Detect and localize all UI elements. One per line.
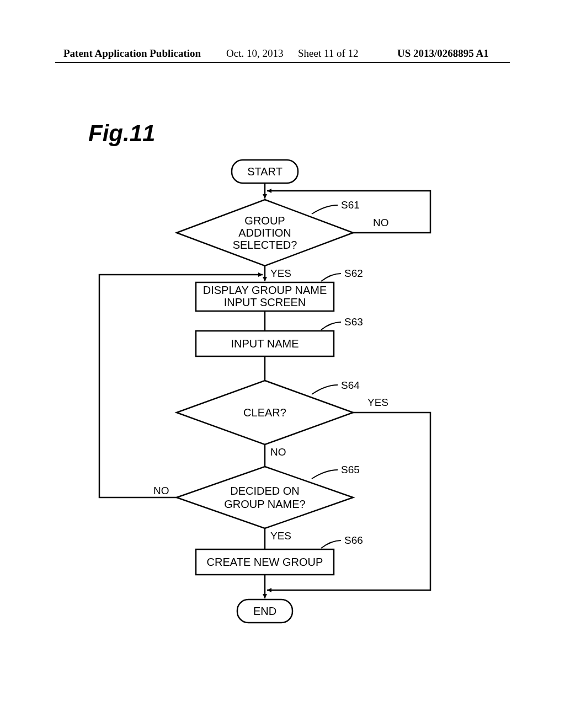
step-label-s62: S62 xyxy=(344,267,363,279)
step-label-s66: S66 xyxy=(344,534,363,546)
branch-yes-s61: YES xyxy=(270,267,291,279)
branch-yes-s64: YES xyxy=(367,397,388,408)
branch-no-s64: NO xyxy=(270,446,286,458)
start-text: START xyxy=(247,165,282,178)
node-start: START xyxy=(232,160,298,183)
node-s65: DECIDED ON GROUP NAME? xyxy=(177,467,353,528)
step-label-s65: S65 xyxy=(341,464,360,475)
step-label-s64: S64 xyxy=(341,379,360,391)
s65-line2: GROUP NAME? xyxy=(224,498,305,510)
flowchart: START GROUP ADDITION SELECTED? S61 NO YE… xyxy=(0,83,565,662)
branch-no-s61: NO xyxy=(373,217,389,228)
s62-line2: INPUT SCREEN xyxy=(224,296,306,308)
end-text: END xyxy=(253,605,276,617)
node-end: END xyxy=(237,599,292,623)
publication-label: Patent Application Publication xyxy=(63,47,201,60)
publication-number: US 2013/0268895 A1 xyxy=(397,47,489,60)
s65-line1: DECIDED ON xyxy=(230,485,300,497)
s61-line2: ADDITION xyxy=(238,227,291,239)
publication-date: Oct. 10, 2013 xyxy=(226,47,283,60)
s66-text: CREATE NEW GROUP xyxy=(207,556,323,568)
node-s64: CLEAR? xyxy=(177,381,353,445)
node-s63: INPUT NAME xyxy=(196,331,334,356)
leader-s64 xyxy=(312,385,338,394)
header-rule xyxy=(55,62,510,63)
sheet-number: Sheet 11 of 12 xyxy=(298,47,359,60)
branch-yes-s65: YES xyxy=(270,530,291,542)
step-label-s63: S63 xyxy=(344,316,363,328)
leader-s61 xyxy=(312,205,338,214)
node-s61: GROUP ADDITION SELECTED? xyxy=(177,200,353,266)
leader-s65 xyxy=(312,470,338,479)
s63-text: INPUT NAME xyxy=(231,338,299,350)
leader-s66 xyxy=(321,540,341,548)
leader-s63 xyxy=(321,322,341,330)
node-s66: CREATE NEW GROUP xyxy=(196,549,334,575)
leader-s62 xyxy=(321,274,341,281)
svg-marker-5 xyxy=(177,467,353,528)
s64-text: CLEAR? xyxy=(243,406,286,419)
s61-line1: GROUP xyxy=(244,215,285,227)
node-s62: DISPLAY GROUP NAME INPUT SCREEN xyxy=(196,282,334,311)
step-label-s61: S61 xyxy=(341,199,360,211)
s61-line3: SELECTED? xyxy=(233,239,297,251)
branch-no-s65: NO xyxy=(153,485,169,496)
s62-line1: DISPLAY GROUP NAME xyxy=(203,284,327,296)
patent-page: Patent Application Publication Oct. 10, … xyxy=(0,0,565,728)
